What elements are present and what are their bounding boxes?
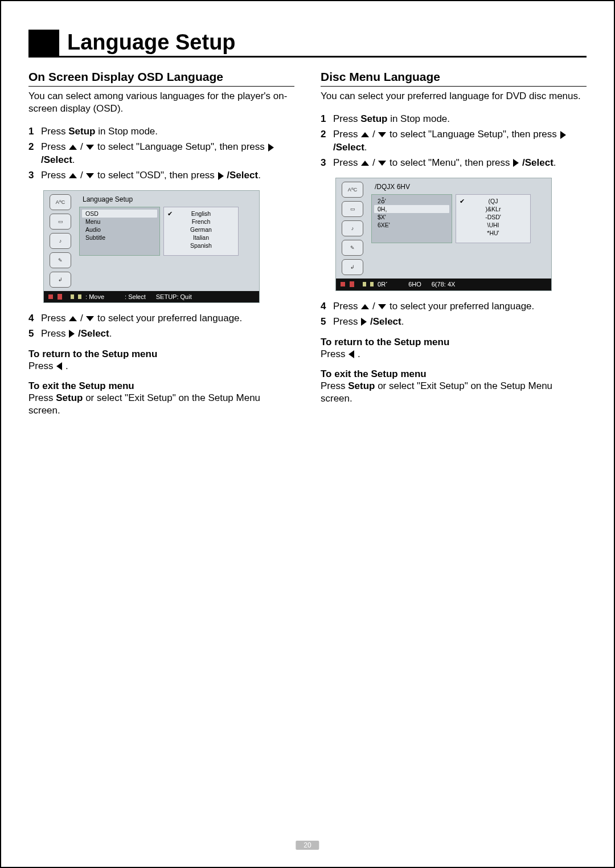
title-block-icon [28, 30, 59, 56]
down-arrow-icon [86, 316, 94, 321]
up-arrow-icon [361, 304, 369, 309]
right-steps-4-5: 4 Press / to select your preferred langu… [321, 300, 587, 329]
left-heading: On Screen Display OSD Language [28, 70, 294, 87]
right-arrow-icon [218, 172, 224, 180]
osd-menu-item: Menu [80, 218, 159, 226]
right-arrow-icon [361, 318, 367, 326]
left-exit-heading: To exit the Setup menu [28, 380, 294, 392]
osd-option-item: French [164, 218, 238, 226]
settings-icon: ✎ [342, 240, 363, 256]
right-return-heading: To return to the Setup menu [321, 337, 587, 348]
osd-panel-right: AᴮC ▭ ♪ ✎ ↲ /DQJX 6HV 2ȱ' 0H, $X' [335, 178, 552, 291]
left-exit-body: Press Setup or select "Exit Setup" on th… [28, 392, 294, 417]
right-arrow-icon [560, 131, 566, 139]
osd-title: /DQJX 6HV [375, 183, 547, 191]
osd-option-item: German [164, 226, 238, 234]
up-arrow-icon [69, 145, 77, 150]
osd-option-item: Spanish [164, 241, 238, 249]
osd-sidebar-icons: AᴮC ▭ ♪ ✎ ↲ [44, 191, 77, 291]
osd-menu-item: $X' [372, 213, 452, 221]
osd-menu-item: Subtitle [80, 234, 159, 241]
left-intro: You can select among various languages f… [28, 90, 294, 115]
down-arrow-icon [86, 145, 94, 150]
osd-sidebar-icons: AᴮC ▭ ♪ ✎ ↲ [336, 178, 369, 279]
exit-icon: ↲ [50, 272, 71, 288]
manual-page: Language Setup On Screen Display OSD Lan… [0, 0, 615, 868]
osd-menu-item: OSD [82, 210, 157, 218]
down-arrow-icon [378, 304, 386, 309]
left-arrow-icon [348, 350, 354, 358]
page-number: 20 [296, 841, 319, 850]
right-return-body: Press . [321, 348, 587, 361]
osd-option-item: Italian [164, 234, 238, 241]
right-steps-1-3: 1 Press Setup in Stop mode. 2 Press / to… [321, 113, 587, 170]
left-steps-1-3: 1 Press Setup in Stop mode. 2 Press / to… [28, 125, 294, 182]
check-icon: ✔ [460, 198, 465, 205]
osd-option-item: -DSD' [456, 213, 530, 221]
audio-icon: ♪ [342, 220, 363, 236]
page-title: Language Setup [67, 30, 236, 56]
osd-option-item: \UHI [456, 221, 530, 229]
osd-menu-list: OSD Menu Audio Subtitle [79, 207, 160, 256]
lang-icon: AᴮC [342, 182, 363, 198]
left-return-body: Press . [28, 360, 294, 372]
osd-option-item: )&KLr [456, 205, 530, 213]
up-arrow-icon [361, 161, 369, 166]
osd-menu-item: 6XE' [372, 221, 452, 229]
right-arrow-icon [268, 144, 274, 152]
exit-icon: ↲ [342, 259, 363, 275]
osd-menu-item: 2ȱ' [372, 197, 452, 205]
osd-option-item: *HU' [456, 229, 530, 237]
up-arrow-icon [69, 316, 77, 321]
right-intro: You can select your preferred language f… [321, 90, 587, 103]
left-steps-4-5: 4 Press / to select your preferred langu… [28, 312, 294, 341]
right-column: Disc Menu Language You can select your p… [321, 70, 587, 417]
osd-menu-item: Audio [80, 226, 159, 234]
left-return-heading: To return to the Setup menu [28, 349, 294, 360]
osd-options-list: ✔English French German Italian Spanish [163, 207, 239, 256]
osd-menu-list: 2ȱ' 0H, $X' 6XE' [371, 194, 452, 243]
right-arrow-icon [513, 159, 519, 167]
settings-icon: ✎ [50, 252, 71, 268]
right-exit-heading: To exit the Setup menu [321, 369, 587, 380]
lang-icon: AᴮC [50, 194, 71, 210]
osd-menu-item: 0H, [374, 205, 449, 213]
tv-icon: ▭ [342, 201, 363, 217]
audio-icon: ♪ [50, 233, 71, 249]
up-arrow-icon [361, 132, 369, 137]
title-row: Language Setup [28, 30, 587, 58]
osd-footer: : Move : Select SETUP: Quit [44, 291, 259, 302]
right-arrow-icon [69, 330, 75, 338]
right-exit-body: Press Setup or select "Exit Setup" on th… [321, 380, 587, 405]
down-arrow-icon [86, 173, 94, 178]
tv-icon: ▭ [50, 214, 71, 230]
right-heading: Disc Menu Language [321, 70, 587, 87]
check-icon: ✔ [167, 210, 173, 218]
osd-options-list: ✔(QJ )&KLr -DSD' \UHI *HU' [456, 194, 531, 243]
osd-title: Language Setup [83, 195, 255, 203]
osd-panel-left: AᴮC ▭ ♪ ✎ ↲ Language Setup OSD Menu Audi… [43, 190, 260, 303]
up-arrow-icon [69, 173, 77, 178]
left-arrow-icon [56, 362, 62, 370]
down-arrow-icon [378, 132, 386, 137]
osd-option-item: ✔(QJ [456, 197, 530, 205]
left-column: On Screen Display OSD Language You can s… [28, 70, 294, 417]
osd-option-item: ✔English [164, 210, 238, 218]
osd-footer: 0Rʼ 6HO 6(78: 4X [336, 279, 551, 290]
down-arrow-icon [378, 161, 386, 166]
